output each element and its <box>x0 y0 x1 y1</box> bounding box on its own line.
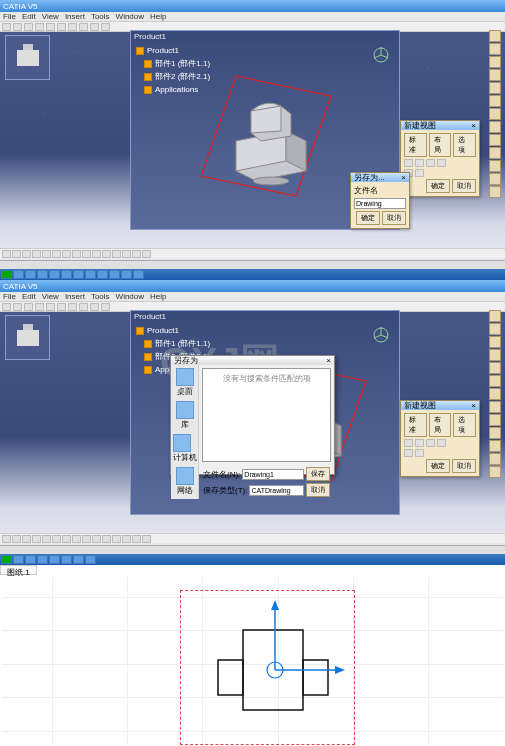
spec-tree[interactable]: Product1 部件1 (部件1.1) 部件2 (部件2.1) Applica… <box>136 45 210 97</box>
tool-btn[interactable] <box>112 535 121 543</box>
tool-btn[interactable] <box>13 303 22 311</box>
task-item[interactable] <box>13 270 24 279</box>
compass-icon[interactable] <box>371 325 391 345</box>
menu-tools[interactable]: Tools <box>91 12 110 21</box>
task-item[interactable] <box>73 270 84 279</box>
tool-btn[interactable] <box>46 303 55 311</box>
tool-btn[interactable] <box>32 250 41 258</box>
view-icon[interactable] <box>426 439 435 447</box>
view-icon[interactable] <box>415 169 424 177</box>
windows-taskbar[interactable] <box>0 269 505 280</box>
tool-btn[interactable] <box>42 535 51 543</box>
cancel-button[interactable]: 取消 <box>382 211 406 225</box>
tool-btn[interactable] <box>22 535 31 543</box>
save-button[interactable]: 保存 <box>306 467 330 481</box>
library-icon[interactable] <box>176 401 194 419</box>
view-icon[interactable] <box>415 439 424 447</box>
view-icon[interactable] <box>437 439 446 447</box>
tool-btn[interactable] <box>35 23 44 31</box>
tool-btn[interactable] <box>489 95 501 107</box>
tool-btn[interactable] <box>132 250 141 258</box>
tool-btn[interactable] <box>52 535 61 543</box>
tool-btn[interactable] <box>24 23 33 31</box>
filename-input[interactable]: Drawing1 <box>242 469 304 480</box>
close-icon[interactable]: × <box>401 173 406 182</box>
tool-btn[interactable] <box>489 69 501 81</box>
tool-btn[interactable] <box>72 250 81 258</box>
tool-btn[interactable] <box>489 147 501 159</box>
windows-taskbar[interactable] <box>0 554 505 565</box>
task-item[interactable] <box>13 555 24 564</box>
sheet-tab[interactable]: 图纸.1 <box>0 565 37 575</box>
tool-btn[interactable] <box>489 427 501 439</box>
tool-btn[interactable] <box>489 310 501 322</box>
tool-btn[interactable] <box>62 535 71 543</box>
view-dialog[interactable]: 新建视图× 标准布局选项 确定取消 <box>400 120 480 197</box>
tree-item[interactable]: 部件1 (部件1.1) <box>144 338 210 350</box>
tool-btn[interactable] <box>32 535 41 543</box>
view-icon[interactable] <box>437 159 446 167</box>
menu-help[interactable]: Help <box>150 12 166 21</box>
tool-btn[interactable] <box>489 362 501 374</box>
tool-btn[interactable] <box>13 23 22 31</box>
task-item[interactable] <box>85 555 96 564</box>
tool-btn[interactable] <box>489 173 501 185</box>
tab-layout[interactable]: 布局 <box>429 413 452 437</box>
menu-tools[interactable]: Tools <box>91 292 110 301</box>
tool-btn[interactable] <box>489 440 501 452</box>
view-icon[interactable] <box>415 159 424 167</box>
tool-btn[interactable] <box>142 535 151 543</box>
tool-btn[interactable] <box>42 250 51 258</box>
task-item[interactable] <box>37 555 48 564</box>
tool-btn[interactable] <box>489 336 501 348</box>
menu-window[interactable]: Window <box>116 12 144 21</box>
task-item[interactable] <box>61 555 72 564</box>
menubar[interactable]: FileEditViewInsertToolsWindowHelp <box>0 292 505 302</box>
tool-btn[interactable] <box>2 535 11 543</box>
tool-btn[interactable] <box>132 535 141 543</box>
tool-btn[interactable] <box>101 303 110 311</box>
view-icon[interactable] <box>404 449 413 457</box>
tool-btn[interactable] <box>102 535 111 543</box>
tool-btn[interactable] <box>102 250 111 258</box>
task-item[interactable] <box>49 555 60 564</box>
task-item[interactable] <box>121 270 132 279</box>
task-item[interactable] <box>73 555 84 564</box>
menu-view[interactable]: View <box>42 12 59 21</box>
tool-btn[interactable] <box>489 453 501 465</box>
dialog-titlebar[interactable]: 新建视图× <box>401 401 479 410</box>
tool-btn[interactable] <box>489 160 501 172</box>
tool-btn[interactable] <box>82 535 91 543</box>
tool-btn[interactable] <box>2 303 11 311</box>
menu-insert[interactable]: Insert <box>65 292 85 301</box>
tool-btn[interactable] <box>489 134 501 146</box>
menu-edit[interactable]: Edit <box>22 292 36 301</box>
tool-btn[interactable] <box>112 250 121 258</box>
3d-model[interactable] <box>211 86 331 196</box>
tool-btn[interactable] <box>68 23 77 31</box>
task-item[interactable] <box>61 270 72 279</box>
view-icon[interactable] <box>415 449 424 457</box>
dialog-titlebar[interactable]: 另存为...× <box>351 173 409 182</box>
tree-item[interactable]: 部件1 (部件1.1) <box>144 58 210 70</box>
tab-standard[interactable]: 标准 <box>404 133 427 157</box>
dialog-titlebar[interactable]: 新建视图× <box>401 121 479 130</box>
tool-btn[interactable] <box>2 250 11 258</box>
view-icon[interactable] <box>404 439 413 447</box>
tool-btn[interactable] <box>489 375 501 387</box>
task-item[interactable] <box>109 270 120 279</box>
menu-edit[interactable]: Edit <box>22 12 36 21</box>
tool-btn[interactable] <box>489 108 501 120</box>
filetype-select[interactable]: CATDrawing <box>249 485 304 496</box>
tool-btn[interactable] <box>62 250 71 258</box>
tool-btn[interactable] <box>92 250 101 258</box>
view-icon[interactable] <box>404 159 413 167</box>
tool-btn[interactable] <box>12 250 21 258</box>
thumbnail-viewport[interactable] <box>5 35 50 80</box>
tool-btn[interactable] <box>489 401 501 413</box>
view-icon[interactable] <box>426 159 435 167</box>
ok-button[interactable]: 确定 <box>426 459 450 473</box>
tool-btn[interactable] <box>52 250 61 258</box>
menu-insert[interactable]: Insert <box>65 12 85 21</box>
tab-standard[interactable]: 标准 <box>404 413 427 437</box>
